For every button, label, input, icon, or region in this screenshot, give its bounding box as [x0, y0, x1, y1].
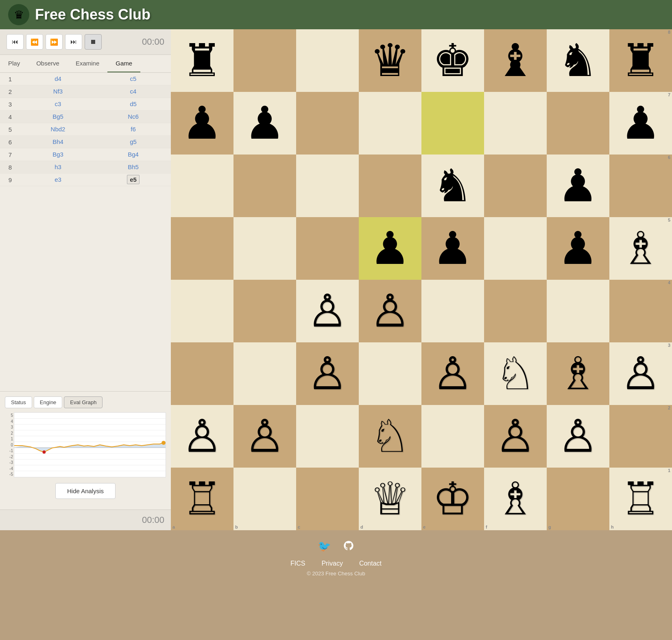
board-square-g1[interactable]: g — [547, 468, 609, 530]
board-square-g3[interactable]: ♗ — [547, 342, 609, 405]
board-square-a2[interactable]: ♙ — [171, 405, 233, 468]
black-move[interactable]: f6 — [131, 126, 136, 133]
board-square-a7[interactable]: ♟ — [171, 92, 233, 155]
board-square-d7[interactable] — [359, 92, 421, 155]
board-square-a1[interactable]: a♖ — [171, 468, 233, 530]
white-move[interactable]: e3 — [55, 176, 61, 183]
board-square-c3[interactable]: ♙ — [296, 342, 359, 405]
white-move[interactable]: h3 — [55, 163, 61, 170]
twitter-icon[interactable]: 🐦 — [318, 540, 331, 554]
board-square-b7[interactable]: ♟ — [233, 92, 296, 155]
last-move-button[interactable]: ⏭ — [65, 34, 82, 50]
black-move[interactable]: c5 — [130, 75, 137, 82]
white-move[interactable]: d4 — [55, 75, 61, 82]
board-square-d6[interactable] — [359, 155, 421, 217]
board-square-g2[interactable]: ♙ — [547, 405, 609, 468]
privacy-link[interactable]: Privacy — [321, 560, 343, 567]
white-move[interactable]: Bg5 — [52, 113, 63, 120]
board-square-e1[interactable]: e♔ — [421, 468, 484, 530]
next-move-button[interactable]: ⏩ — [46, 34, 63, 50]
board-square-f2[interactable]: ♙ — [484, 405, 547, 468]
board-square-b3[interactable] — [233, 342, 296, 405]
tab-examine[interactable]: Examine — [68, 55, 107, 72]
board-square-d4[interactable]: ♙ — [359, 280, 421, 342]
board-square-f7[interactable] — [484, 92, 547, 155]
white-move[interactable]: Bh4 — [52, 138, 63, 145]
black-move[interactable]: Bh5 — [128, 163, 139, 170]
board-square-d3[interactable] — [359, 342, 421, 405]
white-move[interactable]: Bg3 — [52, 151, 63, 158]
board-square-h8[interactable]: 8♜ — [609, 29, 672, 92]
board-square-b4[interactable] — [233, 280, 296, 342]
tab-game[interactable]: Game — [107, 55, 140, 72]
tab-observe[interactable]: Observe — [28, 55, 68, 72]
board-square-f8[interactable]: ♝ — [484, 29, 547, 92]
black-move[interactable]: Nc6 — [128, 113, 139, 120]
board-square-c6[interactable] — [296, 155, 359, 217]
board-square-d2[interactable]: ♘ — [359, 405, 421, 468]
board-square-g6[interactable]: ♟ — [547, 155, 609, 217]
stop-button[interactable]: ⏹ — [85, 34, 102, 50]
board-square-h5[interactable]: 5♗ — [609, 217, 672, 280]
board-square-c2[interactable] — [296, 405, 359, 468]
board-square-a6[interactable] — [171, 155, 233, 217]
board-square-a4[interactable] — [171, 280, 233, 342]
board-square-f5[interactable] — [484, 217, 547, 280]
board-square-c7[interactable] — [296, 92, 359, 155]
board-square-a5[interactable] — [171, 217, 233, 280]
board-square-a3[interactable] — [171, 342, 233, 405]
board-square-d1[interactable]: d♕ — [359, 468, 421, 530]
board-square-e4[interactable] — [421, 280, 484, 342]
board-square-c8[interactable] — [296, 29, 359, 92]
github-icon[interactable] — [343, 540, 354, 554]
board-square-c1[interactable]: c — [296, 468, 359, 530]
board-square-g4[interactable] — [547, 280, 609, 342]
board-square-e2[interactable] — [421, 405, 484, 468]
board-square-e7[interactable] — [421, 92, 484, 155]
white-move[interactable]: Nf3 — [53, 88, 63, 95]
board-square-f6[interactable] — [484, 155, 547, 217]
board-square-h1[interactable]: 1h♖ — [609, 468, 672, 530]
board-square-e6[interactable]: ♞ — [421, 155, 484, 217]
board-square-d5[interactable]: ♟ — [359, 217, 421, 280]
board-square-a8[interactable]: ♜ — [171, 29, 233, 92]
black-move[interactable]: d5 — [130, 100, 137, 107]
white-move[interactable]: Nbd2 — [51, 126, 65, 133]
black-move[interactable]: g5 — [130, 138, 137, 145]
eval-graph-tab[interactable]: Eval Graph — [64, 396, 103, 408]
board-square-b8[interactable] — [233, 29, 296, 92]
board-square-g5[interactable]: ♟ — [547, 217, 609, 280]
board-square-h4[interactable]: 4 — [609, 280, 672, 342]
fics-link[interactable]: FICS — [290, 560, 305, 567]
board-square-e3[interactable]: ♙ — [421, 342, 484, 405]
white-move[interactable]: c3 — [55, 100, 61, 107]
board-square-e8[interactable]: ♚ — [421, 29, 484, 92]
board-square-c5[interactable] — [296, 217, 359, 280]
board-square-b5[interactable] — [233, 217, 296, 280]
prev-move-button[interactable]: ⏪ — [26, 34, 43, 50]
status-tab[interactable]: Status — [5, 396, 32, 408]
black-move[interactable]: c4 — [130, 88, 137, 95]
board-square-b6[interactable] — [233, 155, 296, 217]
black-move[interactable]: e5 — [127, 175, 140, 184]
tab-play[interactable]: Play — [0, 55, 28, 72]
engine-tab[interactable]: Engine — [34, 396, 62, 408]
board-square-h3[interactable]: 3♙ — [609, 342, 672, 405]
board-square-h2[interactable]: 2 — [609, 405, 672, 468]
board-square-e5[interactable]: ♟ — [421, 217, 484, 280]
board-square-f4[interactable] — [484, 280, 547, 342]
board-square-f3[interactable]: ♘ — [484, 342, 547, 405]
board-square-g7[interactable] — [547, 92, 609, 155]
board-square-h6[interactable]: 6 — [609, 155, 672, 217]
board-square-c4[interactable]: ♙ — [296, 280, 359, 342]
board-square-d8[interactable]: ♛ — [359, 29, 421, 92]
black-move[interactable]: Bg4 — [128, 151, 139, 158]
board-square-b1[interactable]: b — [233, 468, 296, 530]
board-square-f1[interactable]: f♗ — [484, 468, 547, 530]
board-square-b2[interactable]: ♙ — [233, 405, 296, 468]
hide-analysis-button[interactable]: Hide Analysis — [55, 483, 116, 499]
board-square-g8[interactable]: ♞ — [547, 29, 609, 92]
board-square-h7[interactable]: 7♟ — [609, 92, 672, 155]
contact-link[interactable]: Contact — [359, 560, 382, 567]
first-move-button[interactable]: ⏮ — [7, 34, 24, 50]
